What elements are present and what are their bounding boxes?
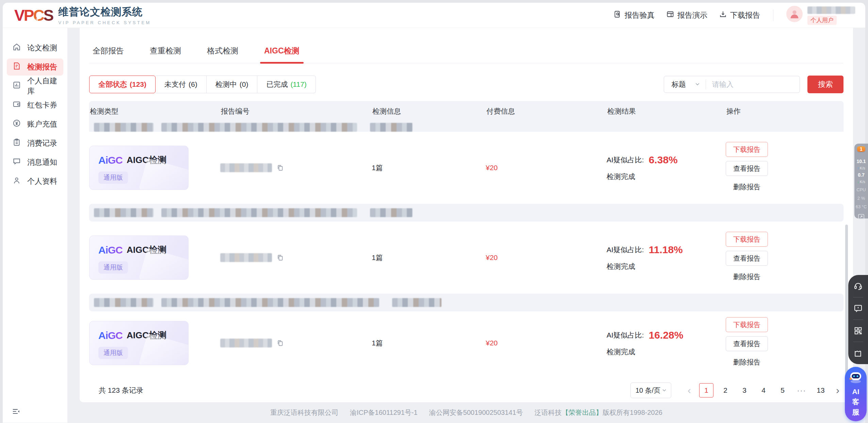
screenshot-icon[interactable] xyxy=(857,213,865,221)
sidebar-item-label: 论文检测 xyxy=(27,43,57,53)
aigc-logo: AiGC xyxy=(98,244,123,256)
divider xyxy=(773,10,773,21)
price: ¥20 xyxy=(486,254,607,262)
sidebar-item-coupons[interactable]: 红包卡券 xyxy=(7,97,63,114)
sidebar-item-label: 账户充值 xyxy=(27,119,57,129)
records-icon xyxy=(12,138,21,149)
paper-count: 1篇 xyxy=(372,338,486,348)
divider xyxy=(853,342,863,342)
page-number[interactable]: 13 xyxy=(814,383,828,397)
search-button[interactable]: 搜索 xyxy=(807,76,843,93)
recharge-icon xyxy=(12,119,21,130)
nav-label: 下载报告 xyxy=(730,10,760,20)
filter-all-status[interactable]: 全部状态 (123) xyxy=(89,76,156,93)
page-size-select[interactable]: 10 条/页 xyxy=(630,383,671,398)
nav-report-verify[interactable]: 报告验真 xyxy=(613,10,655,20)
page-number[interactable]: 1 xyxy=(699,383,713,397)
page-ellipsis: ··· xyxy=(794,383,809,397)
aigc-product-card[interactable]: AiGC AIGC检测 通用版 xyxy=(89,235,189,280)
filter-checking[interactable]: 检测中 (0) xyxy=(207,76,258,93)
nav-label: 报告演示 xyxy=(677,10,707,20)
filter-label: 已完成 xyxy=(266,80,288,89)
tab-format-check[interactable]: 格式检测 xyxy=(205,46,240,63)
report-table: 检测类型 报告编号 检测信息 付费信息 检测结果 操作 xyxy=(89,101,843,375)
delete-report-button[interactable]: 删除报告 xyxy=(726,180,768,194)
sidebar-item-label: 检测报告 xyxy=(27,62,57,72)
sidebar-item-paper-check[interactable]: 论文检测 xyxy=(7,39,63,56)
download-unit: K/s xyxy=(860,180,865,184)
page-number[interactable]: 3 xyxy=(737,383,752,397)
upload-arrow-icon: ↑ xyxy=(857,166,859,170)
chevron-down-icon xyxy=(695,80,700,88)
redacted-report-number xyxy=(220,339,272,347)
tab-plagiarism-check[interactable]: 查重检测 xyxy=(148,46,183,63)
aigc-product-card[interactable]: AiGC AIGC检测 通用版 xyxy=(89,321,189,365)
nav-report-demo[interactable]: 报告演示 xyxy=(666,10,707,20)
price: ¥20 xyxy=(486,339,607,347)
qrcode-icon[interactable] xyxy=(853,326,863,336)
page-number[interactable]: 4 xyxy=(756,383,771,397)
headset-icon[interactable] xyxy=(853,281,863,291)
delete-report-button[interactable]: 删除报告 xyxy=(726,270,768,283)
nav-download-report[interactable]: 下载报告 xyxy=(719,10,760,20)
sidebar-item-library[interactable]: 个人自建库 xyxy=(7,78,63,95)
sidebar-item-report[interactable]: 检测报告 xyxy=(7,59,63,76)
ai-suspect-ratio: 6.38% xyxy=(649,154,678,166)
divider xyxy=(853,297,863,297)
feedback-icon[interactable] xyxy=(853,304,863,313)
next-page-icon[interactable]: › xyxy=(833,385,843,395)
filter-label: 检测中 xyxy=(215,80,237,89)
search-field-value: 标题 xyxy=(672,80,686,89)
filter-unpaid[interactable]: 未支付 (6) xyxy=(156,76,207,93)
copy-icon[interactable] xyxy=(276,164,284,172)
search-combo: 标题 xyxy=(664,76,800,93)
delete-report-button[interactable]: 删除报告 xyxy=(726,355,768,369)
copy-icon[interactable] xyxy=(276,254,284,262)
message-icon xyxy=(12,157,21,168)
report-verify-icon xyxy=(613,10,622,20)
result-label: AI疑似占比: xyxy=(607,155,644,165)
user-menu[interactable]: 个人用户 xyxy=(786,6,855,25)
upload-speed: 10.1 xyxy=(856,159,866,164)
sidebar-item-profile[interactable]: 个人资料 xyxy=(7,173,63,190)
download-report-button[interactable]: 下载报告 xyxy=(726,317,768,332)
robot-icon xyxy=(848,370,864,385)
app-logo: VPC+S 维普论文检测系统 VIP PAPER CHECK SYSTEM xyxy=(14,5,151,25)
view-report-button[interactable]: 查看报告 xyxy=(726,336,768,351)
filter-label: 未支付 xyxy=(164,80,186,89)
avatar xyxy=(786,6,803,22)
prev-page-icon[interactable]: ‹ xyxy=(684,385,694,395)
app-subtitle: VIP PAPER CHECK SYSTEM xyxy=(58,20,151,25)
table-header: 检测类型 报告编号 检测信息 付费信息 检测结果 操作 xyxy=(89,101,843,132)
page-size-value: 10 条/页 xyxy=(636,386,660,395)
sidebar-collapse-icon[interactable] xyxy=(12,407,20,417)
search-input[interactable] xyxy=(706,80,800,88)
download-report-button[interactable]: 下载报告 xyxy=(726,232,768,247)
table-row: AiGC AIGC检测 通用版 1篇 ¥20 xyxy=(89,132,843,204)
ai-suspect-ratio: 16.28% xyxy=(649,329,684,341)
copy-icon[interactable] xyxy=(276,339,284,347)
sidebar-item-records[interactable]: 消费记录 xyxy=(7,135,63,152)
download-report-button[interactable]: 下载报告 xyxy=(726,142,768,157)
ai-customer-service-button[interactable]: AI 客 服 xyxy=(845,367,867,421)
view-report-button[interactable]: 查看报告 xyxy=(726,251,768,266)
col-header-payment: 付费信息 xyxy=(486,107,607,116)
sidebar-item-label: 红包卡券 xyxy=(27,100,57,110)
tab-aigc-check[interactable]: AIGC检测 xyxy=(262,46,302,63)
filter-completed[interactable]: 已完成 (117) xyxy=(257,76,316,93)
page-number[interactable]: 2 xyxy=(718,383,733,397)
search-field-select[interactable]: 标题 xyxy=(664,80,706,89)
sidebar-item-recharge[interactable]: 账户充值 xyxy=(7,116,63,133)
redacted-title-row xyxy=(89,121,843,136)
aigc-product-card[interactable]: AiGC AIGC检测 通用版 xyxy=(89,146,189,190)
tab-all-reports[interactable]: 全部报告 xyxy=(91,46,126,63)
report-icon xyxy=(12,62,21,72)
status-text: 检测完成 xyxy=(607,347,726,357)
sidebar-item-label: 消息通知 xyxy=(27,157,57,167)
nav-label: 报告验真 xyxy=(625,10,655,20)
page-number[interactable]: 5 xyxy=(775,383,790,397)
home-icon xyxy=(12,43,21,53)
ticket-icon[interactable] xyxy=(853,348,863,358)
view-report-button[interactable]: 查看报告 xyxy=(726,161,768,176)
sidebar-item-messages[interactable]: 消息通知 xyxy=(7,154,63,171)
